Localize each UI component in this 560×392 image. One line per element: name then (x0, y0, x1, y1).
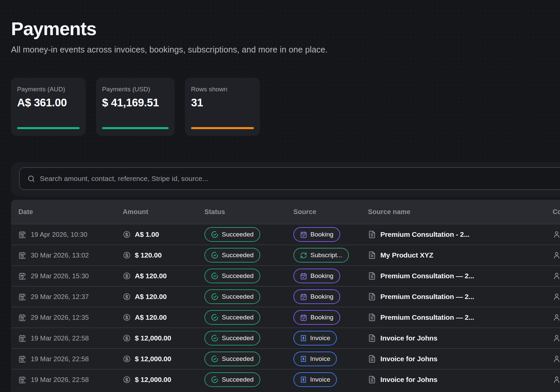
status-badge: Succeeded (204, 352, 260, 366)
source-name-cell: Invoice for Johns (368, 355, 553, 363)
status-badge: Succeeded (204, 310, 260, 325)
receipt-dollar-icon (300, 335, 307, 341)
page-subtitle: All money-in events across invoices, boo… (11, 45, 328, 55)
column-header-source-name: Source name (368, 208, 553, 216)
stat-card-payments-usd: Payments (USD) $ 41,169.51 (96, 78, 175, 136)
stat-value: 31 (191, 96, 254, 109)
column-header-date: Date (18, 208, 123, 216)
column-header-contact: Contact (553, 208, 560, 216)
source-badge: Invoice (293, 331, 337, 346)
payments-page: Payments All money-in events across invo… (0, 0, 560, 392)
contact-cell (553, 313, 560, 321)
document-icon (368, 251, 376, 259)
person-icon (553, 313, 560, 321)
calendar-check-icon (300, 314, 307, 321)
source-name-text: Invoice for Johns (380, 334, 437, 342)
search-section (11, 162, 560, 197)
date-cell: 29 Mar 2026, 15:30 (18, 272, 123, 280)
person-icon (553, 293, 560, 301)
amount-cell: A$ 1.00 (123, 230, 204, 238)
source-name-cell: Invoice for Johns (368, 334, 553, 342)
amount-text: $ 120.00 (135, 251, 162, 259)
dollar-circle-icon (123, 355, 131, 363)
status-text: Succeeded (222, 355, 254, 363)
date-text: 19 Apr 2026, 10:30 (31, 231, 87, 238)
document-icon (368, 313, 376, 321)
table-row[interactable]: 19 Mar 2026, 22:58 $ 12,000.00 Succeeded (11, 327, 560, 348)
status-text: Succeeded (222, 252, 254, 259)
dollar-circle-icon (123, 376, 131, 384)
table-row[interactable]: 19 Mar 2026, 22:58 $ 12,000.00 Succeeded (11, 348, 560, 369)
source-badge: Invoice (293, 372, 337, 387)
table-body: 19 Apr 2026, 10:30 A$ 1.00 Succeeded (11, 224, 560, 390)
check-circle-icon (211, 334, 218, 342)
stat-card-payments-aud: Payments (AUD) A$ 361.00 (11, 78, 86, 136)
refresh-icon (300, 252, 307, 259)
calendar-check-icon (300, 293, 307, 300)
receipt-dollar-icon (300, 376, 307, 383)
table-row[interactable]: 19 Mar 2026, 22:58 $ 12,000.00 Succeeded (11, 369, 560, 390)
check-circle-icon (211, 376, 218, 383)
search-input[interactable] (40, 175, 560, 183)
source-cell: Booking (293, 227, 368, 242)
dollar-circle-icon (123, 334, 131, 342)
stat-label: Payments (USD) (102, 86, 169, 93)
source-badge: Booking (293, 310, 340, 325)
status-cell: Succeeded (204, 227, 293, 242)
calendar-clock-icon (18, 355, 26, 363)
column-header-amount: Amount (123, 208, 204, 216)
contact-cell (553, 230, 560, 238)
column-header-status: Status (204, 208, 293, 216)
amount-cell: A$ 120.00 (123, 272, 204, 280)
person-icon (553, 334, 560, 342)
source-name-cell: Premium Consultation — 2... (368, 293, 553, 301)
table-row[interactable]: 19 Apr 2026, 10:30 A$ 1.00 Succeeded (11, 224, 560, 244)
check-circle-icon (211, 272, 218, 280)
date-cell: 29 Mar 2026, 12:37 (18, 293, 123, 301)
amount-cell: $ 12,000.00 (123, 355, 204, 363)
date-text: 29 Mar 2026, 15:30 (31, 272, 89, 280)
status-badge: Succeeded (204, 248, 260, 263)
amount-text: A$ 120.00 (135, 272, 167, 280)
person-icon (553, 376, 560, 384)
stat-value: $ 41,169.51 (102, 96, 169, 109)
person-icon (553, 355, 560, 363)
calendar-check-icon (300, 273, 307, 280)
table-row[interactable]: 29 Mar 2026, 12:37 A$ 120.00 Succeeded (11, 286, 560, 307)
source-badge: Booking (293, 289, 340, 304)
date-cell: 19 Apr 2026, 10:30 (18, 231, 123, 238)
status-text: Succeeded (222, 272, 254, 280)
person-icon (553, 272, 560, 280)
status-text: Succeeded (222, 334, 254, 342)
check-circle-icon (211, 252, 218, 259)
date-text: 29 Mar 2026, 12:35 (31, 314, 89, 321)
status-badge: Succeeded (204, 289, 260, 304)
stat-label: Rows shown (191, 86, 254, 93)
page-title: Payments (11, 18, 96, 39)
table-row[interactable]: 30 Mar 2026, 13:02 $ 120.00 Succeeded (11, 244, 560, 265)
status-cell: Succeeded (204, 248, 293, 263)
document-icon (368, 376, 376, 384)
source-badge: Subscript... (293, 248, 349, 263)
dollar-circle-icon (123, 293, 131, 301)
stat-label: Payments (AUD) (17, 86, 80, 93)
source-text: Booking (310, 314, 334, 321)
stat-value: A$ 361.00 (17, 96, 80, 109)
check-circle-icon (211, 293, 218, 300)
calendar-clock-icon (18, 376, 26, 384)
dollar-circle-icon (123, 272, 131, 280)
amount-cell: A$ 120.00 (123, 313, 204, 321)
source-name-text: Invoice for Johns (380, 376, 437, 384)
source-name-text: Invoice for Johns (380, 355, 437, 363)
source-badge: Booking (293, 269, 340, 283)
amount-cell: $ 12,000.00 (123, 334, 204, 342)
status-text: Succeeded (222, 293, 254, 300)
date-cell: 19 Mar 2026, 22:58 (18, 355, 123, 363)
contact-cell (553, 376, 560, 384)
source-name-text: Premium Consultation — 2... (380, 272, 474, 280)
source-name-cell: Premium Consultation - 2... (368, 230, 553, 238)
table-row[interactable]: 29 Mar 2026, 12:35 A$ 120.00 Succeeded (11, 307, 560, 327)
search-box[interactable] (19, 167, 560, 190)
status-badge: Succeeded (204, 227, 260, 242)
table-row[interactable]: 29 Mar 2026, 15:30 A$ 120.00 Succeeded (11, 265, 560, 286)
